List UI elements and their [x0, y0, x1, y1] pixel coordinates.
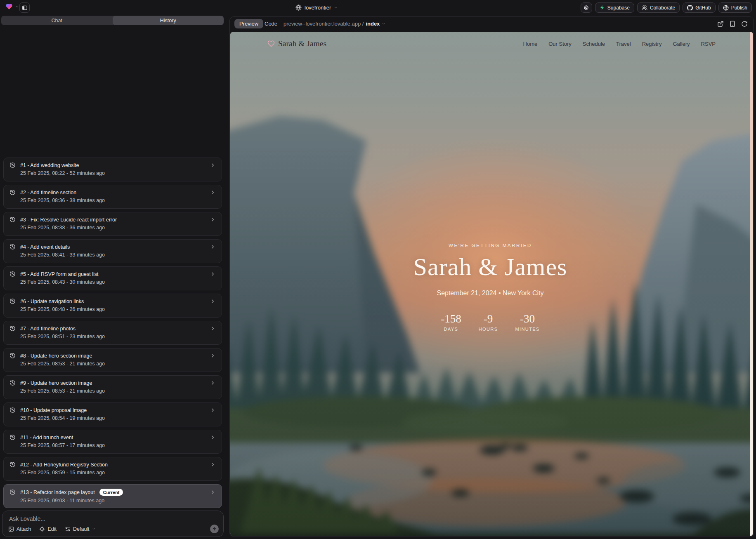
- history-item[interactable]: #3 - Fix: Resolve Lucide-react import er…: [3, 212, 222, 236]
- supabase-button[interactable]: Supabase: [595, 2, 634, 13]
- history-item[interactable]: #12 - Add Honeyfund Registry Section 25 …: [3, 457, 222, 481]
- nav-link-gallery[interactable]: Gallery: [673, 41, 690, 47]
- chevron-right-icon: [210, 380, 216, 386]
- history-item[interactable]: #11 - Add brunch event 25 Feb 2025, 08:5…: [3, 430, 222, 454]
- nav-link-schedule[interactable]: Schedule: [583, 41, 605, 47]
- nav-link-travel[interactable]: Travel: [616, 41, 631, 47]
- hero-title: Sarah & James: [230, 253, 750, 281]
- site-nav-links: Home Our Story Schedule Travel Registry …: [523, 41, 716, 47]
- history-item-title: #5 - Add RSVP form and guest list: [20, 271, 98, 277]
- history-item-timestamp: 25 Feb 2025, 08:54 - 19 minutes ago: [20, 415, 216, 421]
- history-item[interactable]: #8 - Update hero section image 25 Feb 20…: [3, 348, 222, 372]
- site-logo[interactable]: Sarah & James: [267, 39, 326, 48]
- history-item-title: #9 - Update hero section image: [20, 380, 92, 386]
- nav-link-our-story[interactable]: Our Story: [548, 41, 572, 47]
- collaborate-button[interactable]: Collaborate: [637, 2, 680, 13]
- chevron-down-icon: [382, 22, 385, 26]
- preview-scrollbar[interactable]: [750, 32, 753, 536]
- tab-chat[interactable]: Chat: [1, 16, 113, 25]
- history-item-title: #6 - Update navigation links: [20, 299, 84, 304]
- chevron-down-icon: [92, 527, 96, 531]
- history-item-title: #11 - Add brunch event: [20, 435, 73, 440]
- supabase-label: Supabase: [607, 5, 630, 11]
- mobile-view-icon[interactable]: [729, 21, 736, 27]
- countdown-days: -158 DAYS: [441, 313, 461, 332]
- history-item-timestamp: 25 Feb 2025, 08:41 - 33 minutes ago: [20, 252, 216, 258]
- github-button[interactable]: GitHub: [683, 2, 715, 13]
- open-in-new-tab-icon[interactable]: [717, 21, 724, 27]
- history-item-timestamp: 25 Feb 2025, 08:43 - 30 minutes ago: [20, 279, 216, 285]
- history-icon: [9, 271, 16, 277]
- history-item-timestamp: 25 Feb 2025, 09:03 - 11 minutes ago: [20, 498, 216, 504]
- mode-label: Default: [73, 526, 90, 532]
- send-button[interactable]: [210, 525, 219, 533]
- preview-url-prefix: preview--lovefrontier.lovable.app /: [284, 21, 364, 27]
- history-item[interactable]: #7 - Add timeline photos 25 Feb 2025, 08…: [3, 321, 222, 345]
- countdown-hours-value: -9: [479, 313, 498, 325]
- chevron-right-icon: [210, 434, 216, 440]
- heart-icon: [267, 40, 275, 47]
- chat-input[interactable]: [9, 515, 211, 525]
- chevron-right-icon: [210, 407, 216, 413]
- refresh-icon[interactable]: [741, 21, 748, 27]
- history-item[interactable]: #6 - Update navigation links 25 Feb 2025…: [3, 294, 222, 318]
- topbar: lovefrontier Supabase Collaborate GitHub…: [0, 0, 756, 16]
- site-logo-text: Sarah & James: [278, 39, 326, 48]
- globe-icon: [723, 5, 729, 11]
- publish-button[interactable]: Publish: [718, 2, 752, 13]
- history-item[interactable]: #9 - Update hero section image 25 Feb 20…: [3, 375, 222, 399]
- image-icon: [8, 526, 14, 532]
- chevron-right-icon: [210, 271, 216, 277]
- hero-date-line: September 21, 2024 • New York City: [230, 290, 750, 297]
- sliders-icon: [65, 526, 71, 532]
- countdown-days-label: DAYS: [441, 327, 461, 332]
- preview-url[interactable]: preview--lovefrontier.lovable.app / inde…: [284, 21, 385, 27]
- history-item-current[interactable]: #13 - Refactor index page layoutCurrent …: [3, 484, 222, 508]
- project-switcher[interactable]: lovefrontier: [295, 0, 338, 15]
- history-item-timestamp: 25 Feb 2025, 08:38 - 36 minutes ago: [20, 225, 216, 231]
- history-item[interactable]: #2 - Add timeline section 25 Feb 2025, 0…: [3, 185, 222, 209]
- supabase-bolt-icon: [600, 5, 605, 10]
- publish-label: Publish: [731, 5, 747, 11]
- settings-button[interactable]: [581, 2, 592, 13]
- users-icon: [642, 5, 647, 11]
- history-item-timestamp: 25 Feb 2025, 08:48 - 26 minutes ago: [20, 306, 216, 312]
- sidebar-tabbar: Chat History: [1, 16, 224, 25]
- site-preview: Sarah & James Home Our Story Schedule Tr…: [230, 32, 753, 536]
- history-item-timestamp: 25 Feb 2025, 08:53 - 21 minutes ago: [20, 361, 216, 367]
- preview-panel: Preview Code preview--lovefrontier.lovab…: [229, 16, 754, 537]
- nav-link-rsvp[interactable]: RSVP: [701, 41, 716, 47]
- collaborate-label: Collaborate: [650, 5, 675, 11]
- target-icon: [39, 526, 45, 532]
- chevron-right-icon: [210, 189, 216, 195]
- history-icon: [9, 298, 16, 304]
- lovable-menu[interactable]: [5, 3, 19, 10]
- sidebar-toggle-button[interactable]: [19, 2, 30, 13]
- history-icon: [9, 189, 16, 195]
- countdown-hours: -9 HOURS: [479, 313, 498, 332]
- tab-preview[interactable]: Preview: [234, 19, 263, 28]
- chevron-right-icon: [210, 162, 216, 168]
- edit-button[interactable]: Edit: [39, 526, 57, 532]
- tab-code[interactable]: Code: [265, 21, 277, 27]
- nav-link-registry[interactable]: Registry: [642, 41, 662, 47]
- history-item-title: #3 - Fix: Resolve Lucide-react import er…: [20, 217, 117, 223]
- nav-link-home[interactable]: Home: [523, 41, 538, 47]
- composer-toolbar: Attach Edit Default: [8, 525, 219, 533]
- countdown-hours-label: HOURS: [479, 327, 498, 332]
- history-item[interactable]: #10 - Update proposal image 25 Feb 2025,…: [3, 402, 222, 426]
- history-item[interactable]: #1 - Add wedding website 25 Feb 2025, 08…: [3, 158, 222, 181]
- edit-label: Edit: [47, 526, 57, 532]
- github-label: GitHub: [695, 5, 711, 11]
- chevron-down-icon: [334, 6, 338, 9]
- history-icon: [9, 353, 16, 359]
- history-icon: [9, 217, 16, 223]
- globe-icon: [295, 5, 302, 11]
- topbar-actions: Supabase Collaborate GitHub Publish: [581, 2, 752, 13]
- mode-select[interactable]: Default: [65, 526, 96, 532]
- history-item[interactable]: #4 - Add event details 25 Feb 2025, 08:4…: [3, 239, 222, 263]
- history-item-title: #1 - Add wedding website: [20, 162, 79, 168]
- attach-button[interactable]: Attach: [8, 526, 31, 532]
- history-item[interactable]: #5 - Add RSVP form and guest list 25 Feb…: [3, 266, 222, 290]
- tab-history[interactable]: History: [113, 16, 224, 25]
